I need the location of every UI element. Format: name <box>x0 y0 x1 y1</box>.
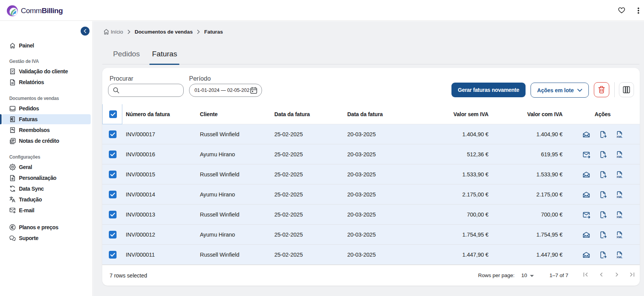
svg-text:XML: XML <box>616 235 622 238</box>
svg-text:XML: XML <box>616 255 622 259</box>
svg-text:XML: XML <box>616 195 622 198</box>
svg-text:XML: XML <box>616 175 622 178</box>
svg-text:XML: XML <box>616 135 622 138</box>
svg-text:XML: XML <box>616 215 622 218</box>
svg-text:XML: XML <box>616 155 622 158</box>
